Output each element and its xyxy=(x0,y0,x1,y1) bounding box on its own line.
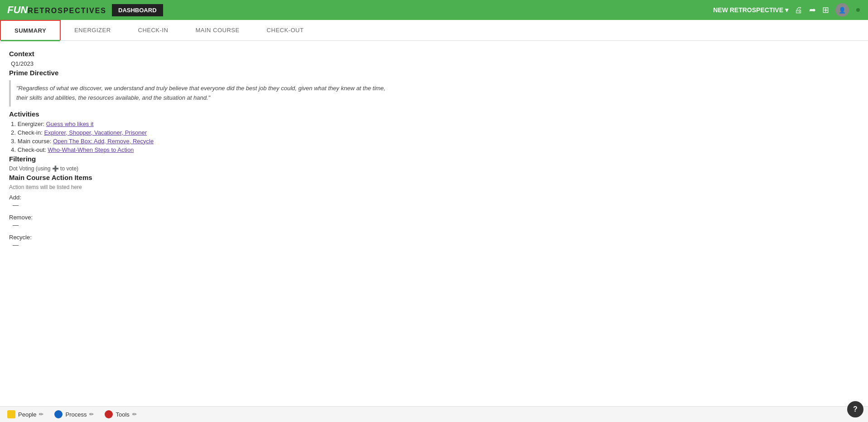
filtering-description: Dot Voting (using ➕ to vote) xyxy=(9,165,399,172)
share-icon[interactable]: ➦ xyxy=(809,5,816,15)
context-title: Context xyxy=(9,50,399,58)
activities-title: Activities xyxy=(9,110,399,118)
action-remove-value: — xyxy=(13,222,399,228)
status-dot xyxy=(855,7,861,13)
dashboard-button[interactable]: DASHBOARD xyxy=(112,4,163,16)
activities-list: 1.Energizer: Guess who likes it 2.Check-… xyxy=(11,121,399,153)
action-remove: Remove: — xyxy=(9,214,399,228)
header: FUN RETROSPECTIVES DASHBOARD NEW RETROSP… xyxy=(0,0,868,20)
avatar[interactable]: 👤 xyxy=(835,3,849,17)
list-item: 3.Main course: Open The Box: Add, Remove… xyxy=(11,138,399,145)
action-items-section: Main Course Action Items Action items wi… xyxy=(9,174,399,248)
action-items-title: Main Course Action Items xyxy=(9,174,399,181)
list-item: 2.Check-in: Explorer, Shopper, Vacatione… xyxy=(11,129,399,136)
add-icon[interactable]: ⊞ xyxy=(822,5,829,15)
header-left: FUN RETROSPECTIVES DASHBOARD xyxy=(7,4,163,16)
header-right: NEW RETROSPECTIVE ▾ 🖨 ➦ ⊞ 👤 xyxy=(713,3,861,17)
logo-fun: FUN xyxy=(7,4,28,16)
action-recycle: Recycle: — xyxy=(9,234,399,248)
context-section: Context Q1/2023 xyxy=(9,50,399,67)
action-add: Add: — xyxy=(9,194,399,209)
action-recycle-value: — xyxy=(13,242,399,248)
logo: FUN RETROSPECTIVES xyxy=(7,4,106,16)
activity-link-3[interactable]: Open The Box: Add, Remove, Recycle xyxy=(53,138,154,145)
main-content: Context Q1/2023 Prime Directive "Regardl… xyxy=(0,41,408,263)
prime-directive-title: Prime Directive xyxy=(9,69,399,77)
tab-energizer[interactable]: ENERGIZER xyxy=(61,20,124,40)
action-add-label: Add: xyxy=(9,194,399,201)
context-value: Q1/2023 xyxy=(11,60,399,67)
avatar-icon: 👤 xyxy=(839,7,846,14)
filtering-title: Filtering xyxy=(9,155,399,163)
new-retrospective-button[interactable]: NEW RETROSPECTIVE ▾ xyxy=(713,6,788,14)
prime-directive-section: Prime Directive "Regardless of what we d… xyxy=(9,69,399,107)
nav-tabs: SUMMARY ENERGIZER CHECK-IN MAIN COURSE C… xyxy=(0,20,868,41)
filtering-section: Filtering Dot Voting (using ➕ to vote) xyxy=(9,155,399,172)
action-remove-label: Remove: xyxy=(9,214,399,221)
tab-maincourse[interactable]: MAIN COURSE xyxy=(182,20,253,40)
tab-checkin[interactable]: CHECK-IN xyxy=(125,20,182,40)
print-icon[interactable]: 🖨 xyxy=(795,5,803,15)
tab-checkout[interactable]: CHECK-OUT xyxy=(253,20,318,40)
action-add-value: — xyxy=(13,202,399,209)
action-recycle-label: Recycle: xyxy=(9,234,399,241)
activity-link-4[interactable]: Who-What-When Steps to Action xyxy=(48,146,134,153)
tab-summary[interactable]: SUMMARY xyxy=(0,20,61,40)
activity-link-2[interactable]: Explorer, Shopper, Vacationer, Prisoner xyxy=(44,129,147,136)
activity-link-1[interactable]: Guess who likes it xyxy=(46,121,94,127)
new-retro-label: NEW RETROSPECTIVE xyxy=(713,6,783,14)
logo-retro: RETROSPECTIVES xyxy=(28,7,106,15)
list-item: 1.Energizer: Guess who likes it xyxy=(11,121,399,127)
action-items-note: Action items will be listed here xyxy=(9,184,399,190)
dropdown-arrow-icon: ▾ xyxy=(785,6,788,14)
activities-section: Activities 1.Energizer: Guess who likes … xyxy=(9,110,399,153)
list-item: 4.Check-out: Who-What-When Steps to Acti… xyxy=(11,146,399,153)
prime-directive-quote: "Regardless of what we discover, we unde… xyxy=(9,80,399,107)
